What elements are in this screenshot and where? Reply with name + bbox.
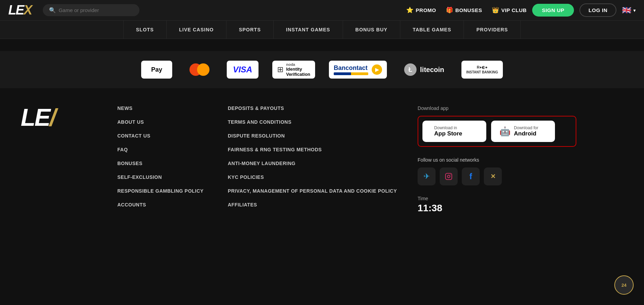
vip-icon: 👑 — [492, 7, 499, 14]
android-text: Download for Android — [514, 125, 538, 137]
rtp-logo: R●◐● INSTANT BANKING — [461, 61, 503, 79]
id-verify-logo: ⊞ noda Identity Verification — [272, 61, 315, 79]
promo-link[interactable]: ⭐ PROMO — [406, 7, 436, 14]
header: LEX 🔍 ⭐ PROMO 🎁 BONUSES 👑 VIP CLUB SIGN … — [0, 0, 644, 21]
footer-logo-col: LE/ — [21, 105, 97, 214]
promo-icon: ⭐ — [406, 7, 414, 14]
chevron-down-icon: ▾ — [633, 8, 636, 13]
bancontact-icon: ▶ — [372, 64, 382, 75]
footer-link-dispute[interactable]: DISPUTE RESOLUTION — [228, 133, 397, 139]
footer-link-bonuses[interactable]: BONUSES — [117, 161, 207, 166]
app-store-button[interactable]: Download in App Store — [422, 121, 486, 142]
logo-x: X — [24, 3, 32, 17]
social-icons: ✈ f ✕ — [418, 167, 576, 185]
rtp-text: R●◐● INSTANT BANKING — [466, 65, 498, 74]
search-bar[interactable]: 🔍 — [43, 4, 139, 16]
mc-orange-circle — [197, 63, 209, 76]
bonuses-icon: 🎁 — [446, 7, 453, 14]
footer-link-fairness[interactable]: FAIRNESS & RNG TESTING METHODS — [228, 147, 397, 152]
visa-logo: VISA — [227, 61, 258, 79]
id-verify-noda: noda — [286, 62, 310, 67]
nav-sports[interactable]: SPORTS — [226, 21, 274, 39]
id-verify-text2: Verification — [286, 72, 310, 77]
footer-link-affiliates[interactable]: AFFILIATES — [228, 202, 397, 207]
support-button[interactable]: 24 — [614, 275, 634, 295]
svg-rect-0 — [446, 173, 452, 180]
search-icon: 🔍 — [49, 7, 56, 13]
id-verify-text: Identity — [286, 67, 310, 72]
site-logo: LEX — [8, 3, 32, 18]
litecoin-circle: Ł — [404, 63, 417, 76]
login-button[interactable]: LOG IN — [579, 3, 616, 17]
bancontact-text: Bancontact — [334, 64, 368, 72]
footer-link-privacy[interactable]: PRIVACY, MANAGEMENT OF PERSONAL DATA AND… — [228, 188, 397, 194]
payment-strip: Pay VISA ⊞ noda Identity Verification Ba… — [0, 51, 644, 88]
applepay-logo: Pay — [141, 61, 172, 79]
download-buttons-group: Download in App Store 🤖 Download for And… — [418, 116, 576, 147]
applepay-text: Pay — [151, 66, 162, 73]
visa-text: VISA — [233, 65, 252, 74]
search-input[interactable] — [59, 7, 133, 13]
android-icon: 🤖 — [499, 126, 510, 137]
instagram-icon[interactable] — [440, 167, 458, 185]
footer-left-links: NEWS ABOUT US CONTACT US FAQ BONUSES SEL… — [117, 105, 207, 214]
footer: LE/ NEWS ABOUT US CONTACT US FAQ BONUSES… — [0, 88, 644, 227]
nav-bonus-buy[interactable]: BONUS BUY — [343, 21, 400, 39]
litecoin-logo: Ł litecoin — [401, 63, 448, 76]
signup-button[interactable]: SIGN UP — [532, 4, 574, 17]
mastercard-logo — [186, 61, 213, 79]
android-button[interactable]: 🤖 Download for Android — [491, 121, 555, 142]
footer-right-links: DEPOSITS & PAYOUTS TERMS AND CONDITIONS … — [228, 105, 397, 214]
vip-link[interactable]: 👑 VIP CLUB — [492, 7, 527, 14]
time-value: 11:38 — [418, 203, 576, 214]
footer-logo: LE/ — [21, 105, 97, 130]
footer-link-accounts[interactable]: ACCOUNTS — [117, 202, 207, 207]
banner-area — [0, 39, 644, 51]
social-label: Follow us on social networks — [418, 157, 576, 163]
download-app-label: Download app — [418, 105, 576, 111]
header-nav: ⭐ PROMO 🎁 BONUSES 👑 VIP CLUB — [406, 7, 527, 14]
litecoin-text: litecoin — [420, 66, 444, 74]
facebook-icon[interactable]: f — [462, 167, 480, 185]
footer-link-faq[interactable]: FAQ — [117, 147, 207, 152]
bonuses-link[interactable]: 🎁 BONUSES — [446, 7, 482, 14]
id-verify-icon: ⊞ — [277, 65, 283, 74]
nav-live-casino[interactable]: LIVE CASINO — [167, 21, 226, 39]
footer-link-deposits[interactable]: DEPOSITS & PAYOUTS — [228, 105, 397, 111]
footer-app-col: Download app Download in App Store 🤖 Dow… — [418, 105, 576, 214]
footer-link-about[interactable]: ABOUT US — [117, 119, 207, 125]
nav-slots[interactable]: SLOTS — [123, 21, 167, 39]
language-button[interactable]: 🇬🇧 ▾ — [622, 6, 636, 15]
app-store-text: Download in App Store — [434, 125, 462, 137]
twitter-x-icon[interactable]: ✕ — [484, 167, 502, 185]
nav-providers[interactable]: PROVIDERS — [464, 21, 520, 39]
footer-link-responsible-gambling[interactable]: RESPONSIBLE GAMBLING POLICY — [117, 188, 207, 194]
time-label: Time — [418, 196, 576, 201]
bancontact-stripe — [334, 72, 368, 75]
footer-link-aml[interactable]: ANTI-MONEY LAUNDERING — [228, 161, 397, 166]
telegram-icon[interactable]: ✈ — [418, 167, 436, 185]
nav-table-games[interactable]: TABLE GAMES — [400, 21, 464, 39]
footer-link-contact[interactable]: CONTACT US — [117, 133, 207, 139]
footer-link-self-exclusion[interactable]: SELF-EXCLUSION — [117, 174, 207, 180]
flag-icon: 🇬🇧 — [622, 6, 631, 15]
footer-link-news[interactable]: NEWS — [117, 105, 207, 111]
footer-logo-slash: / — [49, 104, 55, 131]
nav-instant-games[interactable]: INSTANT GAMES — [274, 21, 343, 39]
footer-link-terms[interactable]: TERMS AND CONDITIONS — [228, 119, 397, 125]
main-navbar: SLOTS LIVE CASINO SPORTS INSTANT GAMES B… — [0, 21, 644, 39]
bancontact-logo: Bancontact ▶ — [329, 61, 387, 79]
footer-link-kyc[interactable]: KYC POLICIES — [228, 174, 397, 180]
